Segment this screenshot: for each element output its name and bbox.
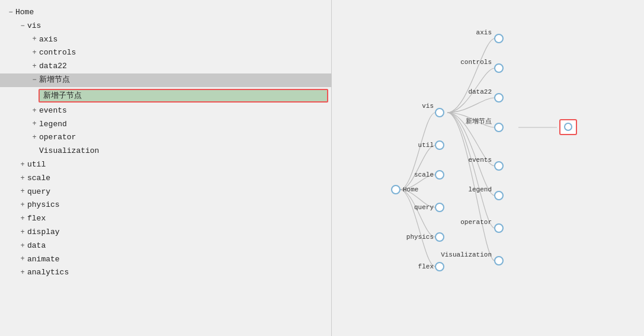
- label-legend: legend: [39, 119, 67, 131]
- tree-item-visualization[interactable]: Visualization: [0, 145, 331, 158]
- new-child-input-row[interactable]: [39, 89, 328, 103]
- tree-item-display[interactable]: + display: [0, 226, 331, 239]
- node-visualization[interactable]: [495, 257, 503, 265]
- svg-text:scale: scale: [414, 171, 434, 178]
- tree-item-operator[interactable]: + operator: [0, 131, 331, 145]
- label-visualization: Visualization: [39, 145, 99, 158]
- svg-text:新增节点: 新增节点: [466, 117, 492, 125]
- new-child-circle[interactable]: [565, 123, 572, 130]
- toggle-axis[interactable]: +: [30, 34, 39, 45]
- svg-text:events: events: [468, 156, 492, 164]
- label-operator: operator: [39, 132, 76, 144]
- svg-text:flex: flex: [418, 263, 434, 270]
- label-physics: physics: [27, 199, 60, 212]
- tree-item-physics[interactable]: + physics: [0, 199, 331, 212]
- svg-text:operator: operator: [460, 219, 492, 226]
- node-query[interactable]: [435, 203, 444, 212]
- svg-text:axis: axis: [476, 29, 492, 36]
- toggle-query[interactable]: +: [18, 186, 27, 197]
- node-scale[interactable]: [435, 171, 444, 179]
- label-animate: animate: [27, 254, 60, 266]
- label-display: display: [27, 226, 60, 239]
- svg-text:Visualization: Visualization: [441, 251, 492, 258]
- label-vis: vis: [27, 20, 41, 33]
- tree-item-events[interactable]: + events: [0, 104, 331, 118]
- tree-item-query[interactable]: + query: [0, 185, 331, 199]
- label-scale: scale: [27, 172, 50, 185]
- svg-text:query: query: [414, 204, 434, 211]
- toggle-physics[interactable]: +: [18, 200, 27, 211]
- tree-item-home[interactable]: − Home: [0, 6, 331, 20]
- node-flex[interactable]: [435, 263, 444, 271]
- toggle-new-node[interactable]: −: [30, 75, 39, 86]
- node-operator[interactable]: [495, 224, 503, 232]
- tree-item-util[interactable]: + util: [0, 158, 331, 172]
- graph-panel: vis util scale query physics flex Home a…: [332, 0, 644, 336]
- tree-item-legend[interactable]: + legend: [0, 118, 331, 132]
- tree-item-new-node[interactable]: − 新增节点: [0, 73, 331, 87]
- label-controls: controls: [39, 47, 76, 59]
- toggle-home[interactable]: −: [6, 7, 15, 18]
- graph-svg: vis util scale query physics flex Home a…: [332, 0, 644, 336]
- node-legend[interactable]: [495, 191, 503, 200]
- toggle-scale[interactable]: +: [18, 173, 27, 184]
- node-controls[interactable]: [495, 64, 503, 72]
- label-analytics: analytics: [27, 267, 69, 279]
- tree-panel: − Home − vis + axis + controls + data22 …: [0, 0, 332, 336]
- tree-item-data22[interactable]: + data22: [0, 60, 331, 73]
- svg-text:Home: Home: [403, 186, 418, 193]
- label-flex: flex: [27, 213, 46, 225]
- tree-item-axis[interactable]: + axis: [0, 33, 331, 47]
- label-home: Home: [15, 7, 34, 19]
- node-axis[interactable]: [495, 34, 503, 43]
- new-child-input[interactable]: [43, 91, 323, 100]
- node-vis[interactable]: [435, 108, 444, 117]
- toggle-visualization[interactable]: [30, 146, 39, 157]
- toggle-vis[interactable]: −: [18, 21, 27, 32]
- label-data: data: [27, 240, 46, 252]
- tree-item-controls[interactable]: + controls: [0, 46, 331, 60]
- tree-item-data[interactable]: + data: [0, 239, 331, 253]
- tree-item-scale[interactable]: + scale: [0, 172, 331, 185]
- toggle-analytics[interactable]: +: [18, 267, 27, 279]
- node-util[interactable]: [435, 141, 444, 149]
- toggle-data22[interactable]: +: [30, 61, 39, 72]
- svg-text:vis: vis: [422, 103, 434, 110]
- svg-text:util: util: [418, 142, 434, 149]
- node-data22[interactable]: [495, 94, 503, 102]
- toggle-data[interactable]: +: [18, 241, 27, 252]
- node-new-node[interactable]: [495, 123, 503, 132]
- label-query: query: [27, 186, 50, 199]
- toggle-controls[interactable]: +: [30, 47, 39, 59]
- svg-text:controls: controls: [460, 59, 492, 66]
- toggle-operator[interactable]: +: [30, 132, 39, 143]
- label-events: events: [39, 105, 67, 117]
- tree-item-animate[interactable]: + animate: [0, 253, 331, 267]
- svg-text:physics: physics: [406, 233, 434, 241]
- toggle-animate[interactable]: +: [18, 254, 27, 265]
- tree-item-analytics[interactable]: + analytics: [0, 266, 331, 280]
- svg-text:data22: data22: [468, 88, 492, 95]
- label-new-node: 新增节点: [39, 74, 70, 87]
- toggle-display[interactable]: +: [18, 227, 27, 238]
- label-axis: axis: [39, 34, 57, 46]
- toggle-events[interactable]: +: [30, 105, 39, 117]
- svg-text:legend: legend: [468, 186, 492, 193]
- node-home[interactable]: [392, 185, 400, 194]
- node-physics[interactable]: [435, 233, 444, 241]
- label-util: util: [27, 159, 46, 171]
- tree-item-flex[interactable]: + flex: [0, 212, 331, 226]
- tree-item-vis[interactable]: − vis: [0, 20, 331, 33]
- toggle-legend[interactable]: +: [30, 119, 39, 130]
- toggle-util[interactable]: +: [18, 159, 27, 171]
- toggle-flex[interactable]: +: [18, 213, 27, 225]
- label-data22: data22: [39, 60, 67, 73]
- node-events[interactable]: [495, 162, 503, 170]
